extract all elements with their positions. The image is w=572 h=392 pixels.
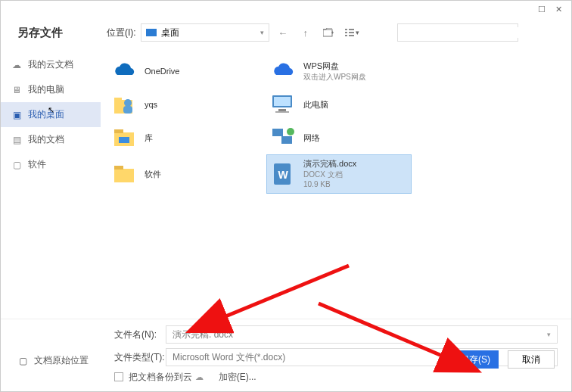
- filename-row: 文件名(N): 演示完稿. docx ▾: [114, 325, 558, 344]
- svg-text:W: W: [278, 169, 288, 181]
- options-row: 把文档备份到云 ☁ 加密(E)...: [114, 371, 558, 384]
- file-sub: 双击进入WPS网盘: [303, 72, 366, 82]
- sidebar-item-desktop[interactable]: ▣ 我的桌面: [1, 102, 101, 127]
- file-name: 此电脑: [303, 99, 328, 110]
- chevron-down-icon: ▾: [547, 331, 551, 338]
- folder-icon: [111, 161, 137, 187]
- file-item-wps-drive[interactable]: WPS网盘 双击进入WPS网盘: [267, 55, 411, 87]
- folder-icon: ▢: [11, 160, 22, 170]
- sidebar-item-label: 我的桌面: [28, 108, 64, 121]
- new-folder-icon: [323, 28, 334, 37]
- this-pc-icon: [270, 92, 296, 117]
- file-item-library[interactable]: 库: [108, 122, 252, 154]
- filename-input[interactable]: 演示完稿. docx ▾: [166, 325, 558, 344]
- backup-checkbox[interactable]: 把文档备份到云 ☁: [114, 371, 204, 384]
- desktop-icon: ▣: [11, 110, 22, 120]
- location-pin-icon: ▢: [17, 356, 28, 366]
- file-name: 演示完稿.docx: [303, 158, 356, 170]
- onedrive-icon: [111, 58, 137, 84]
- location-combo[interactable]: 桌面 ▾: [141, 23, 269, 42]
- wps-cloud-icon: [270, 58, 296, 84]
- sidebar-item-cloud-docs[interactable]: ☁ 我的云文档: [1, 52, 101, 77]
- computer-icon: 🖥: [11, 85, 22, 95]
- file-item-this-pc[interactable]: 此电脑: [267, 89, 411, 120]
- file-item-onedrive[interactable]: OneDrive: [108, 55, 252, 87]
- filetype-value: Microsoft Word 文件(*.docx): [173, 351, 285, 364]
- svg-rect-3: [114, 98, 122, 101]
- search-input[interactable]: [397, 23, 518, 42]
- save-as-dialog: ☐ ✕ 另存文件 位置(I): 桌面 ▾ ← ↑ ▾: [0, 0, 572, 392]
- svg-rect-14: [281, 136, 292, 144]
- dialog-header: 另存文件 位置(I): 桌面 ▾ ← ↑ ▾: [1, 1, 571, 49]
- sidebar-item-my-documents[interactable]: ▤ 我的文档: [1, 127, 101, 152]
- up-button[interactable]: ↑: [297, 23, 315, 42]
- file-sub1: DOCX 文档: [303, 170, 356, 180]
- file-list: OneDrive WPS网盘 双击进入WPS网盘 yqs: [101, 49, 571, 347]
- maximize-button[interactable]: ☐: [536, 4, 547, 14]
- file-item-user[interactable]: yqs: [108, 89, 252, 120]
- filename-value: 演示完稿. docx: [173, 328, 233, 341]
- file-name: WPS网盘: [303, 61, 366, 72]
- new-folder-button[interactable]: [319, 23, 337, 42]
- encrypt-link[interactable]: 加密(E)...: [219, 371, 256, 384]
- action-buttons: 保存(S) 取消: [452, 350, 555, 369]
- network-icon: [270, 125, 296, 151]
- location-value: 桌面: [161, 26, 179, 39]
- original-location[interactable]: ▢ 文档原始位置: [17, 354, 89, 367]
- file-item-software[interactable]: 软件: [108, 155, 252, 193]
- file-sub2: 10.9 KB: [303, 179, 356, 190]
- sidebar-item-software[interactable]: ▢ 软件: [1, 152, 101, 177]
- file-item-network[interactable]: 网络: [267, 122, 411, 154]
- sidebar-item-label: 我的电脑: [28, 83, 64, 96]
- svg-rect-8: [278, 109, 286, 111]
- sidebar-item-label: 我的文档: [28, 133, 64, 146]
- file-name: OneDrive: [145, 66, 179, 77]
- svg-point-15: [287, 128, 294, 135]
- orig-loc-label: 文档原始位置: [34, 354, 89, 367]
- file-name: 网络: [303, 132, 320, 144]
- cloud-icon: ☁: [11, 60, 22, 70]
- close-button[interactable]: ✕: [553, 4, 564, 14]
- view-mode-button[interactable]: ▾: [342, 23, 362, 42]
- svg-point-4: [124, 99, 132, 107]
- svg-rect-7: [274, 97, 291, 106]
- save-button[interactable]: 保存(S): [452, 350, 499, 369]
- cloud-small-icon: ☁: [195, 372, 204, 381]
- filename-label: 文件名(N):: [114, 328, 166, 341]
- file-name: 软件: [145, 169, 161, 180]
- svg-rect-16: [114, 169, 134, 182]
- svg-rect-9: [275, 111, 289, 113]
- file-name: 库: [145, 132, 153, 144]
- list-view-icon: [345, 29, 354, 36]
- search-field[interactable]: [406, 27, 519, 38]
- dialog-footer: 文件名(N): 演示完稿. docx ▾ 文件类型(T): Microsoft …: [1, 319, 571, 391]
- docx-icon: W: [270, 161, 296, 187]
- svg-rect-12: [119, 137, 129, 143]
- svg-rect-17: [114, 166, 123, 170]
- back-button[interactable]: ←: [274, 23, 292, 42]
- document-icon: ▤: [11, 135, 22, 145]
- window-controls: ☐ ✕: [529, 1, 571, 17]
- filetype-label: 文件类型(T):: [114, 351, 166, 364]
- file-item-docx[interactable]: W 演示完稿.docx DOCX 文档 10.9 KB: [267, 155, 411, 193]
- library-icon: [111, 125, 137, 151]
- svg-rect-0: [323, 30, 332, 36]
- file-name: yqs: [145, 99, 157, 110]
- cancel-button[interactable]: 取消: [508, 350, 555, 369]
- location-row: 位置(I): 桌面 ▾ ← ↑ ▾: [107, 23, 558, 42]
- dialog-title: 另存文件: [17, 26, 107, 40]
- desktop-icon: [146, 29, 157, 36]
- checkbox-icon: [114, 372, 123, 381]
- dialog-body: ☁ 我的云文档 🖥 我的电脑 ▣ 我的桌面 ▤ 我的文档 ▢ 软件 ↖: [1, 49, 571, 347]
- sidebar-item-label: 软件: [28, 158, 46, 171]
- chevron-down-icon: ▾: [260, 29, 264, 36]
- sidebar: ☁ 我的云文档 🖥 我的电脑 ▣ 我的桌面 ▤ 我的文档 ▢ 软件: [1, 49, 101, 347]
- svg-rect-13: [272, 129, 283, 136]
- sidebar-item-my-computer[interactable]: 🖥 我的电脑: [1, 77, 101, 102]
- location-label: 位置(I):: [107, 26, 136, 39]
- sidebar-item-label: 我的云文档: [28, 58, 73, 71]
- svg-rect-11: [114, 129, 123, 133]
- user-folder-icon: [111, 92, 137, 117]
- backup-label: 把文档备份到云: [129, 372, 192, 382]
- svg-rect-5: [123, 106, 132, 114]
